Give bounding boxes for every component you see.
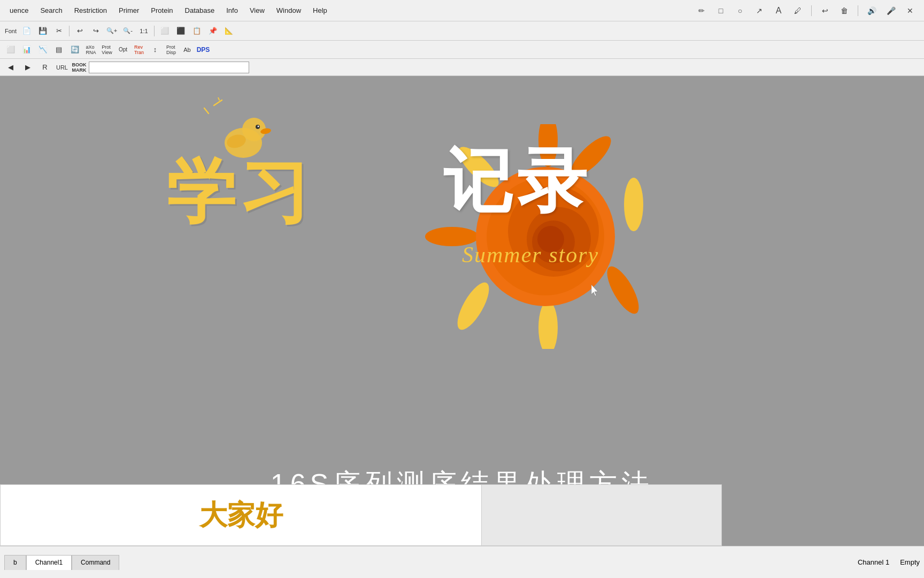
rect-icon[interactable]: □ [713,3,728,18]
svg-point-6 [258,126,259,127]
menu-sequence[interactable]: uence [4,4,34,17]
zoom-100-btn[interactable]: 1:1 [136,24,151,38]
menu-restriction[interactable]: Restriction [69,4,112,17]
menu-info[interactable]: Info [221,4,243,17]
tb2-4[interactable]: ▤ [51,43,66,57]
tb2-7[interactable]: ProtView [99,43,114,57]
menu-search[interactable]: Search [35,4,67,17]
tab-channel1[interactable]: Channel1 [26,555,72,570]
undo-tb-btn[interactable]: ↩ [72,24,87,38]
toolbar2: ⬜ 📊 📉 ▤ 🔄 aXoRNA ProtView Opt RevTran ↕ … [0,41,924,59]
jilu-text: 记录 [443,135,591,229]
toolbar1: Font 📄 💾 ✂ ↩ ↪ 🔍+ 🔍- 1:1 ⬜ ⬛ 📋 📌 📐 [0,21,924,41]
svg-point-15 [451,278,495,334]
font-btn[interactable]: Font [3,24,18,38]
bookmark-btn[interactable]: BOOKMARK [72,60,87,74]
redo-tb-btn[interactable]: ↪ [88,24,103,38]
new-btn[interactable]: 📄 [19,24,34,38]
svg-line-0 [214,100,222,105]
bottom-left-panel: 大家好 [0,484,481,546]
tb2-3[interactable]: 📉 [35,43,50,57]
back-icon[interactable]: ◀ [3,60,18,74]
svg-point-12 [538,301,558,349]
pencil-icon[interactable]: ✏ [694,3,709,18]
address-bar: ◀ ▶ R URL BOOKMARK [0,59,924,76]
menu-window[interactable]: Window [271,4,306,17]
address-input[interactable] [89,62,249,73]
svg-point-4 [242,118,266,141]
save-btn[interactable]: 💾 [35,24,50,38]
tb2-dps[interactable]: DPS [196,43,211,57]
tb2-10[interactable]: ↕ [148,43,163,57]
tab-b[interactable]: b [4,555,26,570]
svg-point-10 [624,178,643,231]
select-btn[interactable]: ⬜ [157,24,172,38]
tb2-12[interactable]: Ab [180,43,195,57]
tb2-8[interactable]: Opt [116,43,130,57]
tab-command[interactable]: Command [72,555,119,570]
menu-help[interactable]: Help [307,4,333,17]
menu-view[interactable]: View [244,4,270,17]
zoom-out-btn[interactable]: 🔍- [120,24,135,38]
text-icon[interactable]: A [771,3,786,18]
circle-icon[interactable]: ○ [733,3,748,18]
forward-icon[interactable]: ▶ [20,60,35,74]
slide-content: 学习 [0,76,924,546]
tb2-1[interactable]: ⬜ [3,43,18,57]
r-btn[interactable]: R [37,60,52,74]
menu-protein[interactable]: Protein [145,4,178,17]
greeting-text: 大家好 [199,497,283,534]
bottom-panel: 大家好 [0,484,924,546]
channel-label: Channel 1 [858,558,889,566]
tb2-2[interactable]: 📊 [19,43,34,57]
undo-icon[interactable]: ↩ [818,3,833,18]
mic-icon[interactable]: 🎤 [883,3,898,18]
bottom-right-panel [481,484,722,546]
xuexi-text: 学习 [166,146,314,240]
highlight-icon[interactable]: 🖊 [790,3,805,18]
delete-icon[interactable]: 🗑 [837,3,852,18]
svg-line-2 [218,97,219,100]
status-right: Channel 1 Empty [858,558,920,566]
menu-primer[interactable]: Primer [113,4,144,17]
extra-btn[interactable]: 📐 [221,24,236,38]
menu-database[interactable]: Database [180,4,220,17]
window-controls: ✏ □ ○ ↗ A 🖊 ↩ 🗑 🔊 🎤 ✕ [688,0,924,21]
menu-bar: uence Search Restriction Primer Protein … [0,0,924,21]
url-btn[interactable]: URL [55,60,70,74]
summer-story-text: Summer story [462,242,599,268]
main-content-area: 学习 [0,76,924,546]
copy-btn[interactable]: 📋 [189,24,204,38]
cut-btn[interactable]: ✂ [51,24,66,38]
tb2-6[interactable]: aXoRNA [83,43,98,57]
speaker-icon[interactable]: 🔊 [864,3,879,18]
zoom-in-btn[interactable]: 🔍+ [104,24,119,38]
arrow-icon[interactable]: ↗ [752,3,767,18]
svg-point-11 [601,262,644,318]
close-button[interactable]: ✕ [903,3,918,18]
move-btn[interactable]: ⬛ [173,24,188,38]
tb2-5[interactable]: 🔄 [67,43,82,57]
tab-area: b Channel1 Command [4,553,119,572]
pin-btn[interactable]: 📌 [205,24,220,38]
svg-line-1 [204,108,209,113]
tb2-11[interactable]: ProtDisp [164,43,179,57]
status-label: Empty [900,558,920,566]
status-bar: b Channel1 Command Channel 1 Empty [0,546,924,578]
tb2-9[interactable]: RevTran [132,43,147,57]
